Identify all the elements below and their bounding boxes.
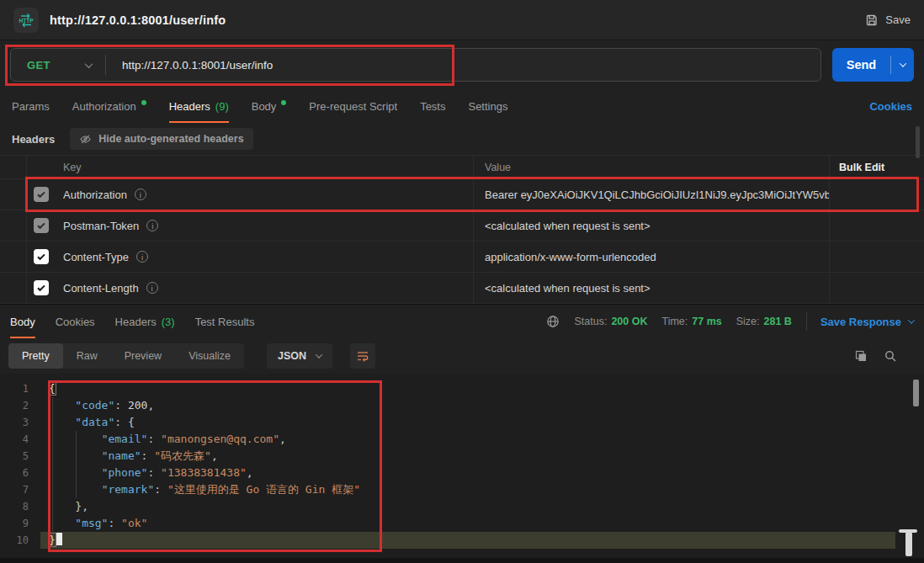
tab-count: (9) <box>215 100 229 113</box>
line-number: 6 <box>0 465 40 481</box>
tab-pre-request-script[interactable]: Pre-request Script <box>309 89 397 123</box>
save-icon <box>865 13 879 27</box>
code-line-content: "email": "manongsen@qq.com", <box>40 431 895 448</box>
response-tab-cookies[interactable]: Cookies <box>56 305 95 338</box>
tab-label: Headers <box>115 316 157 328</box>
checkbox-column-header <box>0 156 63 178</box>
save-button-label: Save <box>885 13 911 26</box>
chevron-down-icon <box>316 351 322 358</box>
tab-settings[interactable]: Settings <box>468 89 507 123</box>
tab-count: (3) <box>162 316 175 328</box>
tab-headers[interactable]: Headers(9) <box>169 89 229 123</box>
wrap-lines-icon <box>356 349 369 363</box>
send-options-button[interactable] <box>891 48 914 82</box>
save-button[interactable]: Save <box>865 13 911 27</box>
tab-authorization[interactable]: Authorization <box>72 89 146 123</box>
request-title: http://127.0.0.1:8001/user/info <box>50 13 226 27</box>
tab-label: Body <box>252 100 277 113</box>
size-label: Size: <box>736 316 760 327</box>
bulk-edit-button[interactable]: Bulk Edit <box>829 156 924 178</box>
send-button[interactable]: Send <box>832 48 914 82</box>
code-line: 10} <box>0 532 895 549</box>
info-icon[interactable]: i <box>146 220 158 231</box>
tab-label: Test Results <box>195 316 255 328</box>
search-icon[interactable] <box>884 349 897 363</box>
key-cell: Content-Typei <box>63 242 473 272</box>
save-response-button[interactable]: Save Response <box>806 312 914 331</box>
line-number: 8 <box>0 498 40 515</box>
response-body-editor: 1{2 "code": 200,3 "data": {4 "email": "m… <box>0 374 924 558</box>
method-dropdown[interactable]: GET <box>11 59 105 72</box>
code-line-content: "remark": "这里使用的是 Go 语言的 Gin 框架" <box>40 481 895 498</box>
tab-label: Body <box>10 316 35 328</box>
response-view-toolbar: PrettyRawPreviewVisualize JSON <box>0 338 924 374</box>
size-indicator: Size: 281 B <box>736 316 792 327</box>
header-key: Authorization <box>63 189 127 201</box>
code-line: 4 "email": "manongsen@qq.com", <box>0 431 895 448</box>
tab-label: Params <box>12 100 50 113</box>
cookies-link[interactable]: Cookies <box>869 100 912 113</box>
response-json: 1{2 "code": 200,3 "data": {4 "email": "m… <box>0 380 895 549</box>
value-cell: application/x-www-form-urlencoded <box>473 242 829 272</box>
tab-tests[interactable]: Tests <box>420 89 445 123</box>
row-checkbox[interactable] <box>34 280 49 295</box>
view-tab-pretty[interactable]: Pretty <box>8 343 63 369</box>
url-input-container: GET http://127.0.0.1:8001/user/info <box>10 48 821 82</box>
response-tab-test-results[interactable]: Test Results <box>195 305 255 338</box>
response-scrollbar-thumb[interactable] <box>905 532 912 556</box>
hide-autogenerated-headers-toggle[interactable]: Hide auto-generated headers <box>70 128 252 150</box>
http-request-icon: HTTP <box>13 8 39 33</box>
bulk-cell <box>829 273 924 303</box>
response-view-switcher: PrettyRawPreviewVisualize <box>8 343 244 369</box>
checkbox-cell <box>0 242 63 272</box>
format-dropdown[interactable]: JSON <box>267 343 332 369</box>
info-icon[interactable]: i <box>136 251 148 263</box>
value-cell: <calculated when request is sent> <box>473 273 829 303</box>
indent-guide <box>52 397 53 532</box>
header-key: Content-Length <box>63 282 139 295</box>
checkbox-cell <box>0 179 63 210</box>
checkbox-cell <box>0 273 63 303</box>
value-column-header: Value <box>473 156 829 178</box>
headers-scrollbar[interactable] <box>916 126 920 158</box>
bottom-strip <box>0 558 924 563</box>
line-number: 10 <box>0 532 40 549</box>
tab-body[interactable]: Body <box>252 89 287 123</box>
response-scrollbar[interactable] <box>913 380 919 406</box>
view-tab-raw[interactable]: Raw <box>63 343 111 369</box>
code-line-content: "name": "码农先森", <box>40 448 895 465</box>
status-indicator: Status: 200 OK <box>574 316 647 327</box>
time-label: Time: <box>661 316 688 327</box>
line-number: 7 <box>0 481 40 498</box>
request-url-row: GET http://127.0.0.1:8001/user/info Send <box>0 40 924 89</box>
copy-icon[interactable] <box>854 349 868 363</box>
row-checkbox[interactable] <box>34 218 49 233</box>
wrap-lines-button[interactable] <box>350 343 375 369</box>
row-checkbox[interactable] <box>34 187 49 202</box>
headers-subheader: Headers Hide auto-generated headers <box>0 123 924 155</box>
hide-toggle-label: Hide auto-generated headers <box>98 133 243 145</box>
view-tab-preview[interactable]: Preview <box>111 343 175 369</box>
key-cell: Content-Lengthi <box>63 273 473 303</box>
code-line-content: "code": 200, <box>40 397 895 414</box>
row-checkbox[interactable] <box>34 249 49 264</box>
text-cursor <box>56 533 62 545</box>
code-line-content: "data": { <box>40 414 895 431</box>
time-indicator: Time: 77 ms <box>661 316 721 327</box>
key-column-header: Key <box>63 156 473 178</box>
globe-icon[interactable] <box>546 315 560 328</box>
tab-label: Authorization <box>72 100 136 113</box>
response-tab-headers[interactable]: Headers(3) <box>115 305 175 338</box>
view-tab-visualize[interactable]: Visualize <box>175 343 244 369</box>
code-line: 8 }, <box>0 498 895 515</box>
url-input[interactable]: http://127.0.0.1:8001/user/info <box>106 59 273 72</box>
code-line-content: "msg": "ok" <box>40 515 895 532</box>
response-tab-body[interactable]: Body <box>10 305 35 338</box>
tab-params[interactable]: Params <box>12 89 50 123</box>
header-row-postman-token: Postman-Tokeni<calculated when request i… <box>0 210 924 242</box>
request-tabs: ParamsAuthorizationHeaders(9)BodyPre-req… <box>12 89 530 123</box>
response-tabs: BodyCookiesHeaders(3)Test Results <box>10 305 274 338</box>
postman-app-window: HTTP http://127.0.0.1:8001/user/info Sav… <box>0 0 924 563</box>
info-icon[interactable]: i <box>146 282 158 294</box>
info-icon[interactable]: i <box>135 189 146 200</box>
